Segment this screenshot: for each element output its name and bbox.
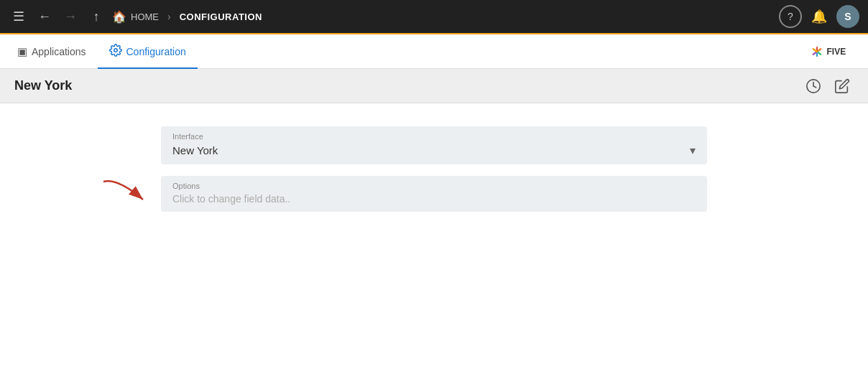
breadcrumb-separator: › xyxy=(167,11,171,22)
history-button[interactable] xyxy=(802,75,825,98)
help-button[interactable]: ? xyxy=(779,5,802,28)
content-area: Interface New York ▾ Opti xyxy=(0,103,868,379)
interface-field[interactable]: Interface New York ▾ xyxy=(161,126,707,164)
tab-configuration[interactable]: Configuration xyxy=(98,35,198,69)
home-nav[interactable]: 🏠 HOME xyxy=(112,10,159,24)
back-icon[interactable]: ← xyxy=(34,6,55,27)
edit-button[interactable] xyxy=(831,75,854,98)
five-logo: FIVE xyxy=(802,34,862,68)
interface-label: Interface xyxy=(172,132,696,141)
user-avatar[interactable]: S xyxy=(836,5,859,28)
notifications-button[interactable]: 🔔 xyxy=(808,5,831,28)
options-field-wrapper: Options Click to change field data.. xyxy=(161,176,707,212)
form-container: Interface New York ▾ Opti xyxy=(161,126,707,212)
up-icon[interactable]: ↑ xyxy=(86,6,106,27)
page-title: New York xyxy=(14,78,72,93)
tabbar: ▣ Applications Configuration xyxy=(0,34,868,69)
breadcrumb-label: CONFIGURATION xyxy=(180,11,262,22)
applications-icon: ▣ xyxy=(17,45,27,58)
options-value-row: Click to change field data.. xyxy=(172,193,696,205)
tab-configuration-label: Configuration xyxy=(126,46,186,57)
home-label: HOME xyxy=(131,11,159,22)
tab-applications-label: Applications xyxy=(32,46,86,57)
interface-value: New York xyxy=(172,144,218,156)
topbar: ☰ ← → ↑ 🏠 HOME › CONFIGURATION ? 🔔 S xyxy=(0,0,868,34)
options-label: Options xyxy=(172,182,696,190)
page-header-actions xyxy=(802,75,854,98)
configuration-icon xyxy=(109,44,122,60)
topbar-right: ? 🔔 S xyxy=(779,5,859,28)
options-field[interactable]: Options Click to change field data.. xyxy=(161,176,707,212)
interface-value-row: New York ▾ xyxy=(172,144,696,157)
svg-point-0 xyxy=(114,48,117,52)
home-icon: 🏠 xyxy=(112,10,126,24)
options-placeholder: Click to change field data.. xyxy=(172,193,290,205)
arrow-annotation xyxy=(96,174,154,213)
tabbar-left: ▣ Applications Configuration xyxy=(6,34,198,68)
svg-text:FIVE: FIVE xyxy=(827,46,846,56)
dropdown-chevron-icon: ▾ xyxy=(690,144,696,157)
page-header: New York xyxy=(0,69,868,103)
tab-applications[interactable]: ▣ Applications xyxy=(6,35,98,69)
topbar-left: ☰ ← → ↑ 🏠 HOME › CONFIGURATION xyxy=(9,6,779,27)
menu-icon[interactable]: ☰ xyxy=(9,6,29,27)
forward-icon: → xyxy=(60,6,80,27)
